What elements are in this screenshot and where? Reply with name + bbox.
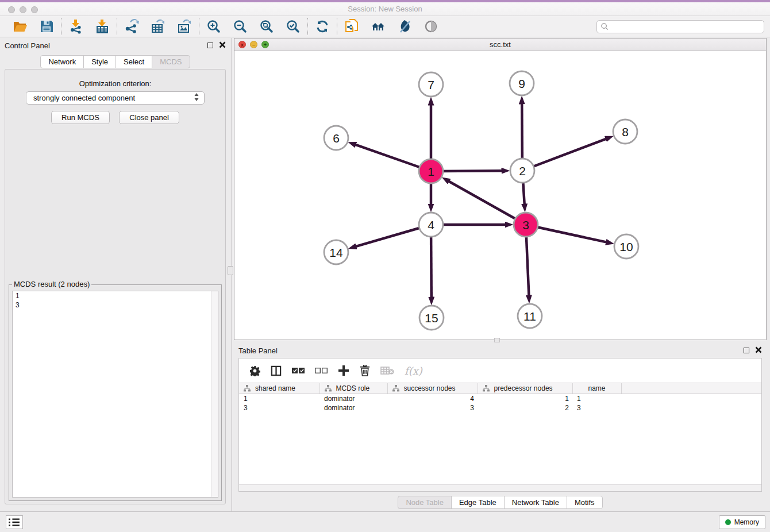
zoom-in-icon[interactable] <box>206 19 221 34</box>
table-settings-icon[interactable] <box>249 365 260 376</box>
node-label: 8 <box>622 125 629 138</box>
tab-edge-table[interactable]: Edge Table <box>451 496 505 509</box>
close-window-button[interactable] <box>8 6 15 13</box>
delete-table-icon[interactable] <box>380 366 394 375</box>
node-label: 1 <box>428 165 434 178</box>
tab-network[interactable]: Network <box>40 55 84 68</box>
deselect-all-icon[interactable] <box>315 367 328 374</box>
result-scrollbar[interactable] <box>211 291 218 497</box>
column-header-shared-name[interactable]: shared name <box>239 383 319 394</box>
zoom-out-icon[interactable] <box>233 19 248 34</box>
table-horizontal-scrollbar[interactable] <box>239 484 761 491</box>
export-network-icon[interactable] <box>124 19 139 34</box>
mcds-result-groupbox: MCDS result (2 nodes) 1 3 <box>9 284 222 501</box>
first-neighbors-icon[interactable] <box>371 19 386 34</box>
node-label: 2 <box>519 164 526 178</box>
minimize-window-button[interactable] <box>20 6 26 13</box>
task-history-button[interactable] <box>6 515 23 529</box>
column-header-predecessor-nodes[interactable]: predecessor nodes <box>478 383 572 394</box>
float-panel-icon[interactable] <box>744 348 749 353</box>
table-row[interactable]: 1 dominator 4 1 1 <box>239 394 761 403</box>
horizontal-splitter-handle[interactable] <box>494 338 500 342</box>
optimization-criterion-label: Optimization criterion: <box>5 79 225 88</box>
window-title: Session: New Session <box>0 2 770 16</box>
node-label: 6 <box>333 132 340 145</box>
main-toolbar <box>0 16 770 37</box>
table-row[interactable]: 3 dominator 3 2 3 <box>239 403 761 413</box>
import-network-icon[interactable] <box>68 19 83 34</box>
memory-label: Memory <box>734 518 759 526</box>
network-maximize-button[interactable]: + <box>261 41 269 48</box>
table-toolbar: f(x) <box>239 358 761 383</box>
export-table-icon[interactable] <box>151 19 165 34</box>
edge-3-1[interactable] <box>449 182 526 225</box>
close-panel-button[interactable]: Close panel <box>119 111 179 124</box>
criterion-dropdown[interactable]: strongly connected component <box>26 91 205 105</box>
tab-select[interactable]: Select <box>116 55 152 68</box>
column-header-name[interactable]: name <box>572 383 621 394</box>
node-label: 3 <box>522 218 529 232</box>
vertical-splitter-handle[interactable] <box>228 266 233 275</box>
graph-node-15[interactable]: 15 <box>419 306 444 330</box>
network-minimize-button[interactable]: – <box>250 41 257 48</box>
edge-2-8[interactable] <box>522 139 606 171</box>
search-box <box>596 20 764 33</box>
table-panel-title: Table Panel <box>238 346 744 355</box>
graph-node-1[interactable]: 1 <box>419 159 443 183</box>
graph-node-9[interactable]: 9 <box>510 71 534 95</box>
graph-node-7[interactable]: 7 <box>419 72 443 97</box>
column-header-mcds-role[interactable]: MCDS role <box>319 383 387 394</box>
result-item: 1 <box>13 291 218 300</box>
node-label: 4 <box>428 218 434 232</box>
tab-node-table[interactable]: Node Table <box>398 496 452 509</box>
memory-button[interactable]: Memory <box>719 515 765 529</box>
result-item: 3 <box>13 300 218 310</box>
zoom-fit-icon[interactable] <box>259 19 274 34</box>
table-tabs: Node TableEdge TableNetwork TableMotifs <box>234 496 767 509</box>
close-panel-icon[interactable] <box>755 345 762 356</box>
network-view-window: x – + scc.txt 7968124314101511 <box>234 38 767 340</box>
import-table-icon[interactable] <box>95 19 110 34</box>
delete-column-icon[interactable] <box>360 365 370 376</box>
column-header-successor-nodes[interactable]: successor nodes <box>387 383 478 394</box>
mcds-result-title: MCDS result (2 nodes) <box>12 280 91 288</box>
mcds-result-list[interactable]: 1 3 <box>12 291 218 498</box>
graph-node-10[interactable]: 10 <box>614 234 638 259</box>
network-close-button[interactable]: x <box>238 41 246 48</box>
clone-network-icon[interactable] <box>344 19 359 34</box>
select-all-icon[interactable] <box>292 367 305 374</box>
network-graph: 7968124314101511 <box>234 51 766 340</box>
node-label: 10 <box>619 240 633 253</box>
column-panel-icon[interactable] <box>271 365 282 376</box>
tab-style[interactable]: Style <box>83 55 116 68</box>
close-panel-icon[interactable] <box>219 40 226 51</box>
search-input[interactable] <box>596 20 764 33</box>
zoom-selected-icon[interactable] <box>286 19 301 34</box>
run-mcds-button[interactable]: Run MCDS <box>51 111 110 124</box>
graph-node-4[interactable]: 4 <box>419 213 443 237</box>
save-session-icon[interactable] <box>39 19 54 34</box>
function-builder-icon[interactable]: f(x) <box>405 365 422 377</box>
tab-motifs[interactable]: Motifs <box>567 496 603 509</box>
search-icon <box>600 22 609 33</box>
tab-network-table[interactable]: Network Table <box>504 496 567 509</box>
graph-node-11[interactable]: 11 <box>518 304 542 328</box>
add-column-icon[interactable] <box>338 365 349 376</box>
graph-node-8[interactable]: 8 <box>613 119 637 144</box>
export-image-icon[interactable] <box>177 19 192 34</box>
show-graphics-icon[interactable] <box>424 19 438 34</box>
node-label: 7 <box>428 78 434 91</box>
table-panel: Table Panel <box>234 343 767 510</box>
zoom-window-button[interactable] <box>31 6 38 13</box>
hide-style-icon[interactable] <box>397 19 412 34</box>
graph-node-6[interactable]: 6 <box>324 126 348 150</box>
tab-mcds[interactable]: MCDS <box>152 55 190 68</box>
graph-node-3[interactable]: 3 <box>514 213 538 237</box>
graph-node-2[interactable]: 2 <box>510 159 534 183</box>
mcds-panel: Optimization criterion: strongly connect… <box>5 69 226 504</box>
open-session-icon[interactable] <box>13 19 28 34</box>
graph-node-14[interactable]: 14 <box>324 240 348 264</box>
network-canvas[interactable]: 7968124314101511 <box>234 51 766 340</box>
refresh-view-icon[interactable] <box>315 19 330 34</box>
float-panel-icon[interactable] <box>207 43 213 48</box>
